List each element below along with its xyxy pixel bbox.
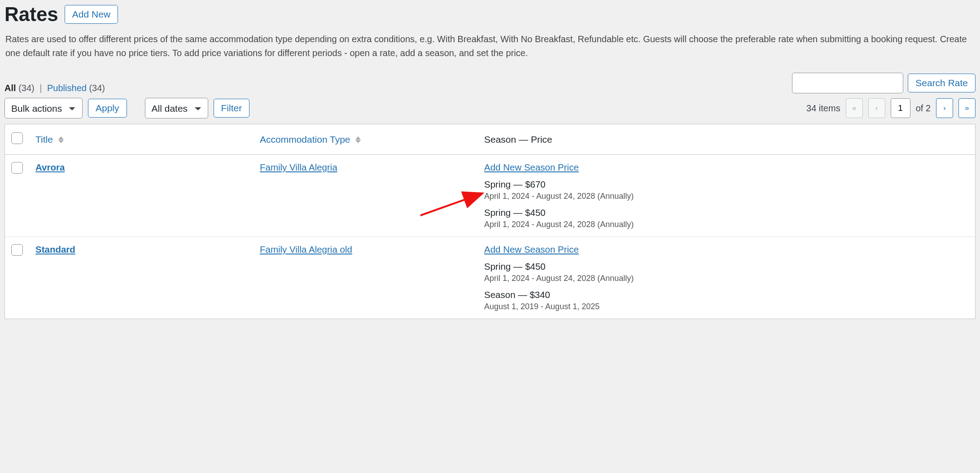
season-price-block: Spring — $670April 1, 2024 - August 24, … <box>484 179 969 201</box>
season-date-range: April 1, 2024 - August 24, 2028 (Annuall… <box>484 220 969 229</box>
season-price-block: Spring — $450April 1, 2024 - August 24, … <box>484 207 969 229</box>
season-price-line: Season — $340 <box>484 289 969 300</box>
page-title: Rates <box>4 4 58 24</box>
apply-button[interactable]: Apply <box>88 99 127 118</box>
last-page-button[interactable]: » <box>958 98 976 118</box>
row-checkbox[interactable] <box>11 162 23 174</box>
date-filter-select[interactable]: All dates <box>145 98 208 118</box>
page-description: Rates are used to offer different prices… <box>5 32 975 60</box>
column-accommodation-header[interactable]: Accommodation Type <box>260 134 350 145</box>
accommodation-link[interactable]: Family Villa Alegria old <box>260 244 352 254</box>
table-row: StandardFamily Villa Alegria oldAdd New … <box>5 237 976 319</box>
items-count-label: 34 items <box>806 103 840 114</box>
add-new-button[interactable]: Add New <box>65 5 118 24</box>
season-price-line: Spring — $450 <box>484 207 969 218</box>
column-title-header[interactable]: Title <box>35 134 53 145</box>
select-all-checkbox[interactable] <box>11 132 23 144</box>
first-page-button: « <box>846 98 863 118</box>
prev-page-button: ‹ <box>868 98 885 118</box>
filter-published-link[interactable]: Published <box>47 83 87 93</box>
sort-icon <box>58 136 64 143</box>
add-new-season-price-link[interactable]: Add New Season Price <box>484 162 579 172</box>
row-checkbox[interactable] <box>11 244 23 256</box>
current-page-input[interactable] <box>891 98 910 118</box>
filter-all-label[interactable]: All <box>4 83 16 93</box>
season-price-line: Spring — $670 <box>484 179 969 190</box>
add-new-season-price-link[interactable]: Add New Season Price <box>484 244 579 254</box>
filter-published-count: (34) <box>89 83 105 93</box>
search-button[interactable]: Search Rate <box>908 74 976 92</box>
accommodation-link[interactable]: Family Villa Alegria <box>260 162 337 172</box>
row-title-link[interactable]: Avrora <box>35 162 65 172</box>
season-date-range: April 1, 2024 - August 24, 2028 (Annuall… <box>484 192 969 201</box>
row-title-link[interactable]: Standard <box>35 244 75 254</box>
column-season-price-header: Season — Price <box>478 124 976 155</box>
filter-button[interactable]: Filter <box>214 99 250 118</box>
view-filters: All (34) | Published (34) <box>4 83 105 93</box>
next-page-button[interactable]: › <box>936 98 953 118</box>
season-price-block: Season — $340August 1, 2019 - August 1, … <box>484 289 969 311</box>
search-input[interactable] <box>792 73 903 93</box>
season-date-range: April 1, 2024 - August 24, 2028 (Annuall… <box>484 274 969 283</box>
bulk-actions-select[interactable]: Bulk actions <box>4 98 83 118</box>
table-row: AvroraFamily Villa AlegriaAdd New Season… <box>5 155 976 237</box>
total-pages-label: of 2 <box>916 103 931 114</box>
filter-all-count: (34) <box>18 83 35 93</box>
season-price-block: Spring — $450April 1, 2024 - August 24, … <box>484 261 969 283</box>
season-price-line: Spring — $450 <box>484 261 969 272</box>
filter-separator: | <box>39 83 42 93</box>
season-date-range: August 1, 2019 - August 1, 2025 <box>484 302 969 311</box>
sort-icon <box>355 136 361 143</box>
